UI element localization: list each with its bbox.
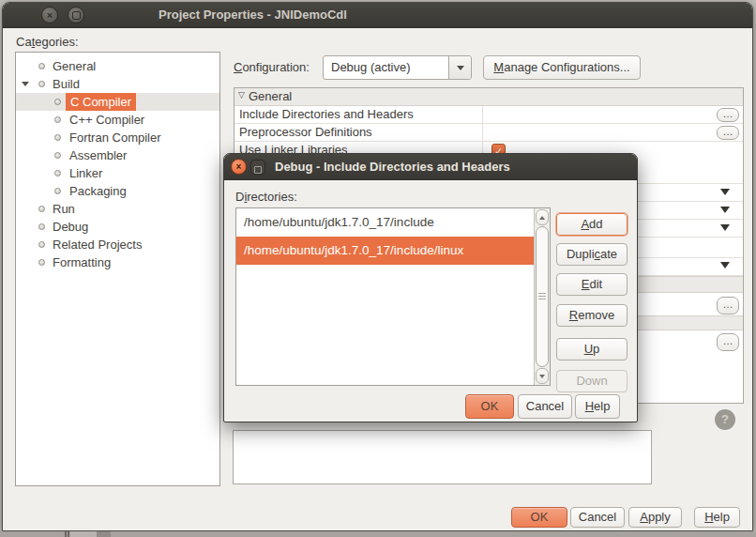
ellipsis-button[interactable]: … <box>717 108 739 122</box>
node-icon <box>54 152 61 159</box>
directories-label: Directories: <box>235 190 297 204</box>
help-icon[interactable]: ? <box>715 409 735 430</box>
node-icon <box>38 223 45 230</box>
section-label: General <box>249 88 292 105</box>
dialog-title: Debug - Include Directories and Headers <box>275 154 510 179</box>
edit-button[interactable]: Edit <box>556 273 627 296</box>
manage-configurations-button[interactable]: Manage Configurations... <box>483 55 641 80</box>
window-title: Project Properties - JNIDemoCdl <box>159 3 347 27</box>
configuration-label: Configuration: <box>234 60 310 74</box>
scroll-down-icon[interactable] <box>536 368 549 384</box>
tree-item-debug[interactable]: Debug <box>16 218 219 236</box>
desktop: × Project Properties - JNIDemoCdl Catego… <box>0 0 756 537</box>
background-strip <box>0 531 756 537</box>
node-icon <box>38 241 45 248</box>
dialog-ok-button[interactable]: OK <box>465 394 514 419</box>
categories-tree: General Build C Compiler C++ Compiler Fo… <box>15 52 220 486</box>
tree-item-assembler[interactable]: Assembler <box>16 146 219 164</box>
tree-item-run[interactable]: Run <box>16 200 219 218</box>
chevron-down-icon[interactable] <box>448 56 471 79</box>
scroll-up-icon[interactable] <box>536 209 549 225</box>
tree-item-fortran-compiler[interactable]: Fortran Compiler <box>16 129 219 146</box>
dialog-titlebar[interactable]: × Debug - Include Directories and Header… <box>224 154 637 180</box>
property-description-panel <box>233 430 652 484</box>
list-item[interactable]: /home/ubuntu/jdk1.7.0_17/include <box>236 208 534 237</box>
close-icon[interactable]: × <box>231 159 247 175</box>
close-icon[interactable]: × <box>41 7 58 23</box>
scrollbar-thumb[interactable] <box>536 226 549 367</box>
ellipsis-button[interactable]: … <box>717 333 739 351</box>
include-directories-dialog: × Debug - Include Directories and Header… <box>223 153 638 422</box>
down-button: Down <box>556 370 627 392</box>
node-icon <box>54 99 61 105</box>
prop-row-include-directories[interactable]: Include Directories and Headers <box>234 106 743 124</box>
apply-button[interactable]: Apply <box>628 507 682 528</box>
node-icon <box>38 206 45 212</box>
dialog-cancel-button[interactable]: Cancel <box>518 394 572 419</box>
node-icon <box>38 81 45 87</box>
chevron-down-icon[interactable] <box>720 262 730 268</box>
duplicate-button[interactable]: Duplicate <box>556 243 627 266</box>
node-icon <box>38 259 45 266</box>
remove-button[interactable]: Remove <box>556 304 627 327</box>
directories-list: /home/ubuntu/jdk1.7.0_17/include /home/u… <box>235 207 551 386</box>
node-icon <box>54 116 61 123</box>
section-general[interactable]: ▽ General <box>234 88 743 106</box>
categories-label: Categories: <box>16 35 79 49</box>
expander-icon[interactable] <box>22 82 29 86</box>
node-icon <box>54 188 61 194</box>
cancel-button[interactable]: Cancel <box>570 507 625 528</box>
minimize-icon[interactable] <box>250 160 265 175</box>
tree-item-linker[interactable]: Linker <box>16 164 219 182</box>
ellipsis-button[interactable]: … <box>717 297 739 315</box>
node-icon <box>38 63 45 69</box>
dialog-help-button[interactable]: Help <box>575 394 620 419</box>
scrollbar[interactable] <box>534 208 550 385</box>
add-button[interactable]: Add <box>556 213 627 236</box>
tree-item-packaging[interactable]: Packaging <box>16 182 219 200</box>
node-icon <box>54 134 61 141</box>
ok-button[interactable]: OK <box>511 507 567 528</box>
node-icon <box>54 170 61 176</box>
tree-item-c-compiler[interactable]: C Compiler <box>16 93 219 111</box>
help-button[interactable]: Help <box>694 507 740 528</box>
collapse-icon[interactable]: ▽ <box>238 90 245 100</box>
main-titlebar[interactable]: × Project Properties - JNIDemoCdl <box>3 3 752 28</box>
configuration-value: Debug (active) <box>331 56 411 79</box>
tree-item-related-projects[interactable]: Related Projects <box>16 236 219 253</box>
tree-item-formatting[interactable]: Formatting <box>16 253 219 271</box>
chevron-down-icon[interactable] <box>720 224 730 231</box>
ellipsis-button[interactable]: … <box>717 126 739 140</box>
list-item[interactable]: /home/ubuntu/jdk1.7.0_17/include/linux <box>236 237 534 265</box>
chevron-down-icon[interactable] <box>720 207 730 213</box>
tree-item-general[interactable]: General <box>16 57 219 75</box>
minimize-icon[interactable] <box>68 7 84 23</box>
configuration-select[interactable]: Debug (active) <box>323 55 472 80</box>
tree-item-cpp-compiler[interactable]: C++ Compiler <box>16 111 219 129</box>
tree-item-build[interactable]: Build <box>16 75 219 93</box>
prop-row-preprocessor-definitions[interactable]: Preprocessor Definitions <box>234 124 743 142</box>
up-button[interactable]: Up <box>556 338 627 361</box>
chevron-down-icon[interactable] <box>720 189 730 195</box>
